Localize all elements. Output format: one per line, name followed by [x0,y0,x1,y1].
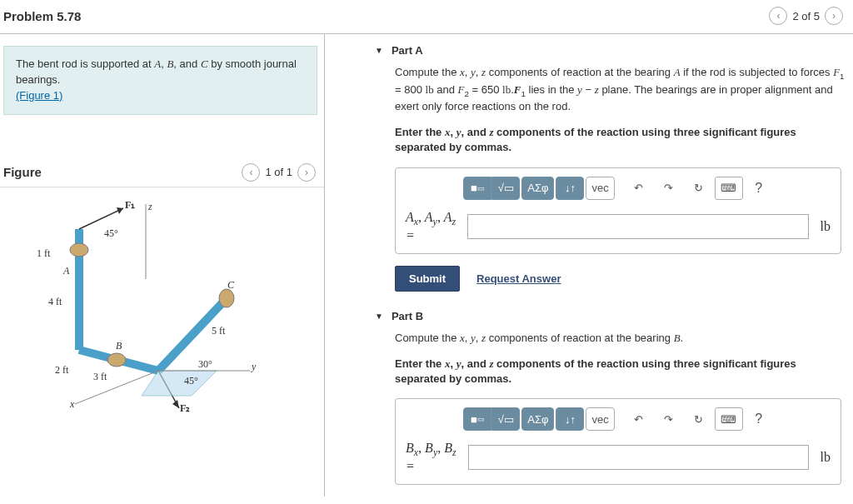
part-a-prompt: Compute the x, y, z components of reacti… [375,65,845,122]
equation-toolbar-a: ■▭ √▭ ΑΣφ ↓↑ vec ↶ ↷ ↻ ⌨ ? [406,177,831,200]
keyboard-button[interactable]: ⌨ [715,177,743,200]
figure-link[interactable]: (Figure 1) [16,89,62,102]
part-b-header[interactable]: ▼ Part B [375,307,845,331]
part-a-unit: lb [821,219,831,234]
next-figure-button[interactable]: › [297,163,316,182]
figure-pager-text: 1 of 1 [265,166,292,178]
prev-problem-button[interactable]: ‹ [769,7,787,25]
part-b-instructions: Enter the x, y, and z components of the … [375,353,845,398]
fraction-button[interactable]: √▭ [491,407,520,431]
request-answer-link-a[interactable]: Request Answer [476,272,561,285]
part-b-unit: lb [821,450,831,465]
page-header: Problem 5.78 ‹ 2 of 5 › [0,0,853,34]
svg-marker-10 [142,371,217,396]
collapse-icon: ▼ [375,46,383,55]
keyboard-button[interactable]: ⌨ [715,407,743,431]
arrows-button[interactable]: ↓↑ [556,407,584,431]
undo-button[interactable]: ↶ [625,177,653,200]
equation-toolbar-b: ■▭ √▭ ΑΣφ ↓↑ vec ↶ ↷ ↻ ⌨ ? [406,407,831,431]
part-a-instructions: Enter the x, y, and z components of the … [375,122,845,167]
undo-button[interactable]: ↶ [625,407,653,431]
figure-header: Figure ‹ 1 of 1 › [0,160,324,187]
svg-line-13 [75,371,158,404]
svg-point-5 [219,289,234,307]
part-b-title: Part B [392,310,423,322]
svg-point-3 [70,243,88,257]
vec-button[interactable]: vec [586,407,614,431]
reset-button[interactable]: ↻ [685,407,713,431]
figure-heading: Figure [3,165,42,179]
greek-button[interactable]: ΑΣφ [521,407,554,431]
collapse-icon: ▼ [375,312,383,321]
problem-statement: The bent rod is supported at A, B, and C… [3,46,317,115]
template-button[interactable]: ■▭ [463,177,491,200]
part-b-answer-box: ■▭ √▭ ΑΣφ ↓↑ vec ↶ ↷ ↻ ⌨ ? [395,398,841,485]
fraction-button[interactable]: √▭ [491,177,520,200]
redo-button[interactable]: ↷ [655,407,683,431]
part-a-variable-label: Ax, Ay, Az= [406,210,456,243]
greek-button[interactable]: ΑΣφ [521,177,554,200]
part-a-header[interactable]: ▼ Part A [375,41,845,65]
reset-button[interactable]: ↻ [685,177,713,200]
figure-diagram: F₁ F₂ A B C z y x 45° 30° 45° 1 ft 4 ft … [0,187,324,437]
svg-line-6 [79,208,123,229]
arrows-button[interactable]: ↓↑ [556,177,584,200]
redo-button[interactable]: ↷ [655,177,683,200]
help-button[interactable]: ? [745,177,773,200]
part-b-prompt: Compute the x, y, z components of reacti… [375,331,845,353]
submit-button-a[interactable]: Submit [395,266,460,292]
part-a-answer-input[interactable] [467,214,808,239]
help-button[interactable]: ? [745,407,773,431]
vec-button[interactable]: vec [586,177,614,200]
template-button[interactable]: ■▭ [463,407,491,431]
prev-figure-button[interactable]: ‹ [242,163,260,182]
part-a-title: Part A [392,44,423,57]
part-a-answer-box: ■▭ √▭ ΑΣφ ↓↑ vec ↶ ↷ ↻ ⌨ ? [395,167,841,254]
next-problem-button[interactable]: › [825,7,843,25]
part-b-answer-input[interactable] [468,445,809,470]
svg-point-4 [107,353,126,367]
part-b-variable-label: Bx, By, Bz= [406,441,456,474]
problem-title: Problem 5.78 [3,9,81,23]
pager-text: 2 of 5 [792,10,820,22]
problem-pager: ‹ 2 of 5 › [769,7,843,25]
